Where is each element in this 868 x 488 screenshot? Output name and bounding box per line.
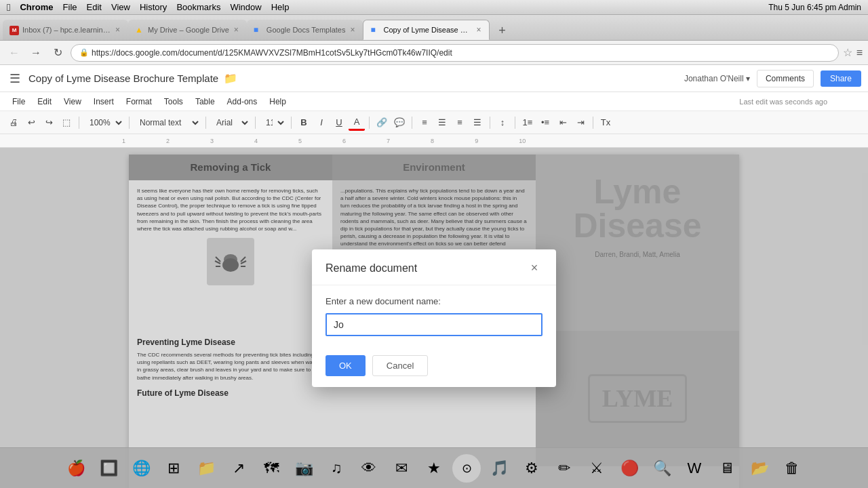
cancel-button[interactable]: Cancel (372, 355, 428, 376)
toolbar-sep-4 (255, 117, 256, 129)
tab-doc-label: Copy of Lyme Disease Bro... (383, 26, 471, 34)
line-spacing-button[interactable]: ↕ (494, 115, 511, 131)
undo-button[interactable]: ↩ (23, 115, 39, 131)
comments-button[interactable]: Comments (757, 70, 814, 87)
tab-gmail-label: Inbox (7) – hpc.e.learning... (22, 26, 111, 34)
tab-drive[interactable]: ▲ My Drive – Google Drive × (128, 20, 247, 40)
menu-help[interactable]: Help (271, 2, 290, 12)
toolbar-sep-10 (593, 117, 593, 129)
ok-button[interactable]: OK (326, 355, 366, 376)
menu-history[interactable]: History (140, 2, 167, 12)
menu-file[interactable]: File (63, 2, 77, 12)
doc-favicon-icon: ■ (370, 25, 380, 35)
menu-item-view[interactable]: View (58, 96, 87, 108)
url-bar[interactable]: 🔒 https://docs.google.com/document/d/125… (71, 44, 839, 62)
tab-drive-close-icon[interactable]: × (233, 25, 240, 35)
tab-gmail[interactable]: M Inbox (7) – hpc.e.learning... × (3, 20, 128, 40)
mac-menubar:  Chrome File Edit View History Bookmark… (0, 0, 868, 15)
print-button[interactable]: 🖨 (5, 115, 22, 131)
doc-title[interactable]: Copy of Lyme Disease Brochure Template (28, 73, 218, 84)
align-center-button[interactable]: ☰ (434, 115, 450, 131)
tab-templates[interactable]: ■ Google Docs Templates × (247, 20, 363, 40)
rename-dialog: Rename document × Enter a new document n… (312, 249, 556, 387)
paint-format-button[interactable]: ⬚ (58, 115, 75, 131)
menu-edit[interactable]: Edit (87, 2, 102, 12)
toolbar-sep-7 (412, 117, 412, 129)
last-edit-status: Last edit was seconds ago (739, 98, 827, 106)
menu-view[interactable]: View (111, 2, 130, 12)
tab-bar: M Inbox (7) – hpc.e.learning... × ▲ My D… (0, 15, 868, 41)
document-name-input[interactable] (326, 313, 542, 336)
menu-item-table[interactable]: Table (190, 96, 220, 108)
tab-doc[interactable]: ■ Copy of Lyme Disease Bro... × (363, 20, 490, 40)
menu-item-help[interactable]: Help (264, 96, 292, 108)
justify-button[interactable]: ☰ (469, 115, 486, 131)
mac-status-bar: Thu 5 Jun 6:45 pm Admin (768, 3, 861, 12)
clear-formatting-button[interactable]: Tx (597, 115, 614, 131)
menu-item-file[interactable]: File (7, 96, 31, 108)
menu-item-format[interactable]: Format (121, 96, 157, 108)
back-button[interactable]: ← (5, 44, 23, 62)
url-text: https://docs.google.com/document/d/125KM… (92, 48, 452, 58)
font-select[interactable]: Arial (210, 115, 251, 131)
align-right-button[interactable]: ≡ (452, 115, 468, 131)
modal-overlay[interactable]: Rename document × Enter a new document n… (0, 148, 868, 488)
docs-favicon-icon: ■ (254, 25, 263, 35)
bookmark-star-icon[interactable]: ☆ (843, 46, 852, 59)
refresh-button[interactable]: ↻ (49, 44, 66, 62)
menu-item-addons[interactable]: Add-ons (222, 96, 263, 108)
toolbar-sep-2 (129, 117, 130, 129)
dialog-body: Enter a new document name: (312, 285, 556, 347)
hamburger-icon[interactable]: ☰ (7, 68, 23, 89)
menu-item-insert[interactable]: Insert (88, 96, 119, 108)
numbered-list-button[interactable]: 1≡ (519, 115, 536, 131)
browser-frame: M Inbox (7) – hpc.e.learning... × ▲ My D… (0, 15, 868, 488)
menu-bookmarks[interactable]: Bookmarks (176, 2, 220, 12)
toolbar-sep-3 (205, 117, 206, 129)
ruler: 12345678910 (0, 134, 868, 148)
menu-window[interactable]: Window (230, 2, 261, 12)
bullet-list-button[interactable]: •≡ (537, 115, 553, 131)
user-name[interactable]: Jonathan O'Neill ▾ (684, 74, 750, 83)
dialog-close-button[interactable]: × (526, 260, 542, 277)
browser-menu-icon[interactable]: ≡ (856, 47, 863, 59)
dialog-title: Rename document (326, 262, 417, 274)
zoom-select[interactable]: 100% (83, 115, 125, 131)
menu-item-edit[interactable]: Edit (32, 96, 57, 108)
share-button[interactable]: Share (821, 70, 861, 87)
formatting-toolbar: 🖨 ↩ ↪ ⬚ 100% Normal text Arial 11 B I U (0, 111, 868, 134)
italic-button[interactable]: I (313, 115, 330, 131)
new-tab-button[interactable]: + (492, 21, 511, 40)
docs-header: ☰ Copy of Lyme Disease Brochure Template… (0, 65, 868, 92)
menu-chrome[interactable]: Chrome (20, 2, 53, 12)
docs-body[interactable]: Removing a Tick It seems like everyone h… (0, 148, 868, 488)
dialog-label: Enter a new document name: (326, 296, 542, 306)
toolbar-sep-5 (291, 117, 292, 129)
gmail-favicon-icon: M (9, 25, 19, 35)
forward-button[interactable]: → (27, 44, 45, 62)
bold-button[interactable]: B (296, 115, 312, 131)
menu-item-tools[interactable]: Tools (159, 96, 189, 108)
increase-indent-button[interactable]: ⇥ (572, 115, 589, 131)
tab-gmail-close-icon[interactable]: × (114, 25, 121, 35)
address-bar: ← → ↻ 🔒 https://docs.google.com/document… (0, 41, 868, 65)
comment-button[interactable]: 💬 (391, 115, 408, 131)
tab-templates-close-icon[interactable]: × (349, 25, 356, 35)
align-left-button[interactable]: ≡ (416, 115, 433, 131)
font-size-select[interactable]: 11 (260, 115, 287, 131)
tab-doc-close-icon[interactable]: × (475, 25, 482, 35)
text-color-button[interactable]: A (349, 115, 365, 131)
decrease-indent-button[interactable]: ⇤ (555, 115, 571, 131)
style-select[interactable]: Normal text (134, 115, 201, 131)
ruler-marks: 12345678910 (115, 138, 526, 144)
dialog-header: Rename document × (312, 249, 556, 285)
folder-icon[interactable]: 📁 (224, 72, 237, 85)
apple-icon[interactable]:  (7, 1, 10, 13)
tab-drive-label: My Drive – Google Drive (148, 26, 229, 34)
toolbar-sep-6 (369, 117, 370, 129)
docs-app: ☰ Copy of Lyme Disease Brochure Template… (0, 65, 868, 488)
redo-button[interactable]: ↪ (41, 115, 57, 131)
link-button[interactable]: 🔗 (374, 115, 390, 131)
dialog-footer: OK Cancel (312, 347, 556, 387)
underline-button[interactable]: U (331, 115, 347, 131)
